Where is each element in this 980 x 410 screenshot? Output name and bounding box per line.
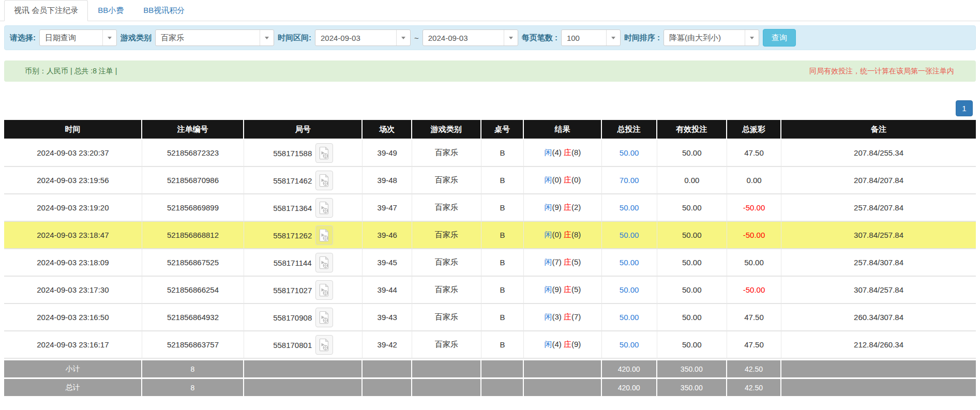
search-button[interactable]: 查询 bbox=[763, 29, 796, 47]
cell-total-bet: 50.00 bbox=[602, 249, 657, 277]
result-player-label: 闲 bbox=[544, 148, 552, 157]
cell-session: 39-47 bbox=[363, 194, 412, 222]
table-row: 2024-09-03 23:18:09521856867525558171144… bbox=[4, 249, 976, 277]
game-type-select[interactable]: 百家乐 bbox=[155, 29, 274, 46]
query-type-value: 日期查询 bbox=[45, 33, 99, 43]
table-row: 2024-09-03 23:17:30521856866254558171027… bbox=[4, 277, 976, 304]
chevron-down-icon bbox=[504, 30, 518, 45]
cell-time: 2024-09-03 23:18:09 bbox=[4, 249, 142, 277]
cell-table-no: B bbox=[481, 222, 524, 249]
page-size-select[interactable]: 100 bbox=[561, 29, 621, 46]
cell-bet-id: 521856866254 bbox=[142, 277, 244, 304]
sort-order-value: 降冪(由大到小) bbox=[669, 33, 742, 43]
total-bet-link[interactable]: 50.00 bbox=[620, 258, 639, 267]
result-player-label: 闲 bbox=[544, 312, 552, 321]
footer-total-bet: 420.00 bbox=[602, 377, 657, 396]
video-replay-button[interactable] bbox=[315, 171, 333, 190]
result-player-label: 闲 bbox=[544, 175, 552, 184]
query-type-select[interactable]: 日期查询 bbox=[39, 29, 117, 46]
result-player-label: 闲 bbox=[544, 203, 552, 211]
total-bet-link[interactable]: 50.00 bbox=[620, 148, 639, 157]
table-row: 2024-09-03 23:19:20521856869899558171364… bbox=[4, 194, 976, 222]
cell-round-id: 558171262 bbox=[244, 222, 363, 249]
cell-table-no: B bbox=[481, 167, 524, 194]
cell-payout: 47.50 bbox=[727, 331, 781, 359]
result-player-label: 闲 bbox=[544, 340, 552, 348]
video-replay-button[interactable] bbox=[315, 280, 333, 300]
cell-result: 闲(0) 庄(0) bbox=[524, 167, 601, 194]
result-banker-label: 庄 bbox=[564, 175, 571, 184]
cell-result: 闲(0) 庄(8) bbox=[524, 222, 601, 249]
cell-bet-id: 521856867525 bbox=[142, 249, 244, 277]
video-replay-button[interactable] bbox=[315, 225, 333, 245]
cell-time: 2024-09-03 23:19:56 bbox=[4, 167, 142, 194]
video-replay-button[interactable] bbox=[315, 253, 333, 272]
pagination: 1 bbox=[0, 100, 973, 116]
footer-count: 8 bbox=[142, 359, 244, 377]
cell-result: 闲(4) 庄(8) bbox=[524, 140, 601, 167]
cell-game-type: 百家乐 bbox=[412, 331, 481, 359]
cell-total-bet: 50.00 bbox=[602, 222, 657, 249]
cell-table-no: B bbox=[481, 304, 524, 331]
cell-total-bet: 70.00 bbox=[602, 167, 657, 194]
footer-count: 8 bbox=[142, 377, 244, 396]
round-id: 558171588 bbox=[273, 148, 312, 157]
cell-note: 257.84/207.84 bbox=[781, 194, 976, 222]
tab-video-bet-records[interactable]: 视讯 会员下注纪录 bbox=[4, 0, 88, 21]
video-file-icon bbox=[319, 338, 329, 352]
total-bet-link[interactable]: 50.00 bbox=[620, 203, 639, 212]
col-header-6: 结果 bbox=[524, 120, 601, 140]
video-replay-button[interactable] bbox=[315, 198, 333, 218]
tab-bb-tips[interactable]: BB小费 bbox=[88, 0, 133, 21]
total-bet-link[interactable]: 50.00 bbox=[620, 231, 639, 239]
cell-session: 39-44 bbox=[363, 277, 412, 304]
cell-valid-bet: 50.00 bbox=[657, 304, 727, 331]
result-banker-label: 庄 bbox=[564, 285, 571, 294]
cell-table-no: B bbox=[481, 140, 524, 167]
total-bet-link[interactable]: 50.00 bbox=[620, 285, 639, 294]
cell-note: 307.84/257.84 bbox=[781, 277, 976, 304]
sort-order-label: 时间排序 : bbox=[624, 33, 660, 43]
page-size-label: 每页笔数 : bbox=[522, 33, 557, 43]
cell-payout: 47.50 bbox=[727, 140, 781, 167]
cell-game-type: 百家乐 bbox=[412, 222, 481, 249]
cell-payout: -50.00 bbox=[727, 194, 781, 222]
total-bet-link[interactable]: 50.00 bbox=[620, 340, 639, 349]
cell-bet-id: 521856863757 bbox=[142, 331, 244, 359]
tab-bb-video-points[interactable]: BB视讯积分 bbox=[133, 0, 194, 21]
total-bet-link[interactable]: 70.00 bbox=[620, 176, 639, 185]
date-to-select[interactable]: 2024-09-03 bbox=[423, 29, 518, 46]
page-size-value: 100 bbox=[567, 34, 603, 42]
total-bet-link[interactable]: 50.00 bbox=[620, 313, 639, 322]
cell-session: 39-45 bbox=[363, 249, 412, 277]
cell-result: 闲(7) 庄(5) bbox=[524, 249, 601, 277]
round-id: 558171144 bbox=[274, 258, 312, 267]
cell-result: 闲(4) 庄(9) bbox=[524, 331, 601, 359]
cell-time: 2024-09-03 23:17:30 bbox=[4, 277, 142, 304]
round-id: 558171364 bbox=[273, 203, 312, 212]
video-file-icon bbox=[319, 283, 329, 297]
cell-valid-bet: 50.00 bbox=[657, 140, 727, 167]
footer-payout: 42.50 bbox=[727, 359, 781, 377]
date-from-select[interactable]: 2024-09-03 bbox=[315, 29, 411, 46]
video-replay-button[interactable] bbox=[315, 143, 333, 163]
sort-order-select[interactable]: 降冪(由大到小) bbox=[664, 29, 759, 46]
grand-total-row: 总计8420.00350.0042.50 bbox=[4, 377, 976, 396]
date-to-value: 2024-09-03 bbox=[428, 34, 501, 42]
pagination-page-1-button[interactable]: 1 bbox=[956, 100, 973, 116]
cell-session: 39-43 bbox=[363, 304, 412, 331]
bet-records-table: 时间注单编号局号场次游戏类别桌号结果总投注有效投注总派彩备注 2024-09-0… bbox=[4, 120, 976, 396]
cell-table-no: B bbox=[481, 249, 524, 277]
cell-round-id: 558171027 bbox=[244, 277, 363, 304]
cell-game-type: 百家乐 bbox=[412, 304, 481, 331]
cell-note: 212.84/260.34 bbox=[781, 331, 976, 359]
table-row: 2024-09-03 23:18:47521856868812558171262… bbox=[4, 222, 976, 249]
cell-round-id: 558171588 bbox=[244, 140, 363, 167]
video-replay-button[interactable] bbox=[315, 308, 333, 327]
cell-bet-id: 521856872323 bbox=[142, 140, 244, 167]
cell-bet-id: 521856864932 bbox=[142, 304, 244, 331]
chevron-down-icon bbox=[606, 30, 620, 45]
col-header-2: 局号 bbox=[244, 120, 363, 140]
col-header-0: 时间 bbox=[4, 120, 142, 140]
video-replay-button[interactable] bbox=[315, 335, 333, 355]
